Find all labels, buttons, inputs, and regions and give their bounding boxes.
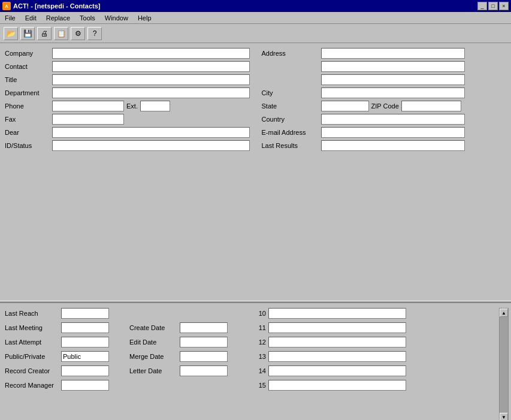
address-input2[interactable]: [321, 61, 465, 72]
lastresults-label: Last Results: [262, 142, 319, 149]
field-12-input[interactable]: [268, 337, 406, 348]
publicprivate-input[interactable]: [61, 351, 109, 362]
menu-tools[interactable]: Tools: [77, 14, 98, 22]
dear-input[interactable]: [52, 127, 250, 138]
ext-label: Ext.: [126, 102, 138, 110]
ext-input[interactable]: [140, 101, 170, 111]
idstatus-input[interactable]: [52, 140, 250, 151]
field-11-input[interactable]: [268, 322, 406, 333]
fax-label: Fax: [5, 116, 50, 123]
menu-window[interactable]: Window: [102, 14, 131, 22]
close-button[interactable]: ×: [499, 2, 509, 10]
recordmanager-label: Record Manager: [5, 382, 59, 389]
department-row: Department: [5, 87, 250, 98]
num-12: 12: [254, 339, 266, 346]
num-13: 13: [254, 353, 266, 360]
createdate-input[interactable]: [180, 322, 228, 333]
menu-replace[interactable]: Replace: [44, 14, 72, 22]
address-row1: Address: [262, 48, 507, 59]
title-input[interactable]: [52, 74, 250, 85]
menu-edit[interactable]: Edit: [23, 14, 39, 22]
company-label: Company: [5, 50, 50, 57]
title-label: Title: [5, 76, 50, 83]
window-title: ACT! - [netspedi - Contacts]: [13, 2, 100, 10]
scroll-up-button[interactable]: ▲: [500, 309, 508, 317]
editdate-label: Edit Date: [129, 339, 177, 346]
phone-row: Phone Ext.: [5, 101, 250, 111]
toolbar: 📂 💾 🖨 📋 ⚙ ?: [0, 24, 511, 43]
email-input[interactable]: [321, 127, 465, 138]
num-10: 10: [254, 310, 266, 317]
bottom-panel: Last Reach Last Meeting Last Attempt Pub…: [0, 302, 511, 420]
phone-label: Phone: [5, 102, 50, 110]
field-14-input[interactable]: [268, 365, 406, 376]
city-input[interactable]: [321, 87, 465, 98]
toolbar-print-button[interactable]: 🖨: [37, 27, 52, 40]
publicprivate-label: Public/Private: [5, 353, 59, 360]
minimize-button[interactable]: _: [477, 2, 487, 10]
toolbar-help-button[interactable]: ?: [87, 27, 102, 40]
address-row2: [262, 61, 507, 72]
toolbar-settings-button[interactable]: ⚙: [71, 27, 85, 40]
field-13-input[interactable]: [268, 351, 406, 362]
state-input[interactable]: [321, 101, 369, 111]
email-row: E-mail Address: [262, 127, 507, 138]
idstatus-row: ID/Status: [5, 140, 250, 151]
fax-input[interactable]: [52, 114, 124, 125]
state-row: State ZIP Code: [262, 101, 507, 111]
letterdate-input[interactable]: [180, 365, 228, 376]
lastattempt-label: Last Attempt: [5, 339, 59, 346]
mergedate-input[interactable]: [180, 351, 228, 362]
toolbar-open-button[interactable]: 📂: [4, 27, 18, 40]
menu-help[interactable]: Help: [135, 14, 154, 22]
country-row: Country: [262, 114, 507, 125]
contact-row: Contact: [5, 61, 250, 72]
email-label: E-mail Address: [262, 129, 319, 136]
zip-input[interactable]: [401, 101, 461, 111]
contact-label: Contact: [5, 63, 50, 70]
lastattempt-input[interactable]: [61, 337, 109, 348]
title-row: Title: [5, 74, 250, 85]
company-row: Company: [5, 48, 250, 59]
toolbar-save-button[interactable]: 💾: [20, 27, 35, 40]
address-input3[interactable]: [321, 74, 465, 85]
contact-input[interactable]: [52, 61, 250, 72]
country-input[interactable]: [321, 114, 465, 125]
toolbar-copy-button[interactable]: 📋: [54, 27, 68, 40]
main-form-area: Company Contact Title Department Phone E…: [0, 43, 511, 301]
company-input[interactable]: [52, 48, 250, 59]
country-label: Country: [262, 116, 319, 123]
recordcreator-label: Record Creator: [5, 367, 59, 374]
lastmeeting-input[interactable]: [61, 322, 109, 333]
address-row3: [262, 74, 507, 85]
num-15: 15: [254, 382, 266, 389]
vertical-scrollbar[interactable]: ▲ ▼: [499, 308, 509, 420]
department-input[interactable]: [52, 87, 250, 98]
num-14: 14: [254, 367, 266, 374]
phone-input[interactable]: [52, 101, 124, 111]
scroll-down-button[interactable]: ▼: [500, 413, 508, 420]
recordcreator-input[interactable]: [61, 365, 109, 376]
lastreach-label: Last Reach: [5, 310, 59, 317]
address-input1[interactable]: [321, 48, 465, 59]
field-10-input[interactable]: [268, 308, 406, 319]
idstatus-label: ID/Status: [5, 142, 50, 149]
field-15-input[interactable]: [268, 380, 406, 391]
lastresults-row: Last Results: [262, 140, 507, 151]
menu-bar: File Edit Replace Tools Window Help: [0, 12, 511, 24]
city-label: City: [262, 89, 319, 96]
scroll-track: [500, 317, 508, 413]
dear-label: Dear: [5, 129, 50, 136]
mergedate-label: Merge Date: [129, 353, 177, 360]
lastresults-input[interactable]: [321, 140, 465, 151]
num-11: 11: [254, 324, 266, 331]
title-bar: A ACT! - [netspedi - Contacts] _ □ ×: [0, 0, 511, 12]
editdate-input[interactable]: [180, 337, 228, 348]
fax-row: Fax: [5, 114, 250, 125]
lastreach-input[interactable]: [61, 308, 109, 319]
menu-file[interactable]: File: [2, 14, 18, 22]
recordmanager-input[interactable]: [61, 380, 109, 391]
lastmeeting-label: Last Meeting: [5, 324, 59, 331]
maximize-button[interactable]: □: [488, 2, 498, 10]
department-label: Department: [5, 89, 50, 96]
